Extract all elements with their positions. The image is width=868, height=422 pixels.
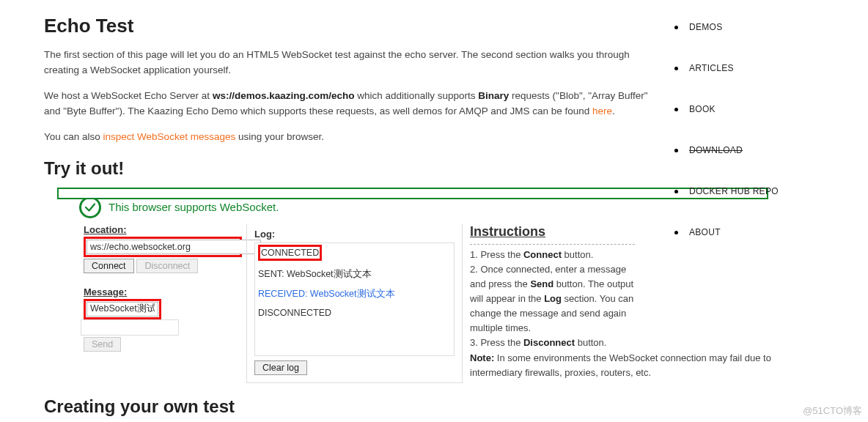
watermark: @51CTO博客 [803, 404, 862, 418]
creating-heading: Creating your own test [44, 396, 652, 417]
log-sent: SENT: WebSocket测试文本 [258, 268, 451, 281]
location-label: Location: [84, 224, 242, 235]
support-banner-box [57, 188, 768, 199]
try-it-out-heading: Try it out! [44, 158, 652, 179]
log-output: CONNECTED SENT: WebSocket测试文本 RECEIVED: … [254, 243, 455, 356]
log-label: Log: [254, 229, 455, 240]
clear-log-button[interactable]: Clear log [254, 360, 307, 375]
nav-articles[interactable]: ARTICLES [674, 63, 843, 73]
log-disconnected: DISCONNECTED [258, 308, 451, 318]
location-input[interactable] [87, 240, 261, 254]
connect-button[interactable]: Connect [84, 259, 134, 273]
page-title: Echo Test [44, 15, 652, 37]
intro-paragraph-3: You can also inspect WebSocket messages … [44, 130, 652, 145]
intro-paragraph-1: The first section of this page will let … [44, 48, 652, 78]
send-button[interactable]: Send [84, 337, 121, 352]
message-input[interactable] [87, 302, 158, 316]
instructions-list: 1. Press the Connect button. 2. Once con… [470, 244, 635, 380]
side-nav: DEMOS ARTICLES BOOK DOWNLOAD DOCKER HUB … [652, 15, 843, 422]
support-text: This browser supports WebSocket. [108, 201, 279, 213]
here-link[interactable]: here [592, 106, 612, 116]
nav-book[interactable]: BOOK [674, 104, 843, 114]
disconnect-button[interactable]: Disconnect [136, 259, 198, 273]
nav-docker[interactable]: DOCKER HUB REPO [674, 186, 843, 196]
message-highlight [84, 299, 161, 319]
inspect-link[interactable]: inspect WebSocket messages [103, 131, 236, 142]
nav-download[interactable]: DOWNLOAD [674, 145, 843, 155]
check-icon [79, 196, 101, 218]
location-highlight [84, 237, 242, 257]
nav-demos[interactable]: DEMOS [674, 22, 843, 32]
ws-url: ws://demos.kaazing.com/echo [213, 90, 355, 101]
intro-paragraph-2: We host a WebSocket Echo Server at ws://… [44, 89, 652, 119]
message-label: Message: [84, 286, 242, 297]
connected-highlight: CONNECTED [258, 245, 322, 261]
nav-about[interactable]: ABOUT [674, 227, 843, 237]
instructions-heading: Instructions [470, 224, 635, 244]
log-received: RECEIVED: WebSocket测试文本 [258, 288, 451, 300]
